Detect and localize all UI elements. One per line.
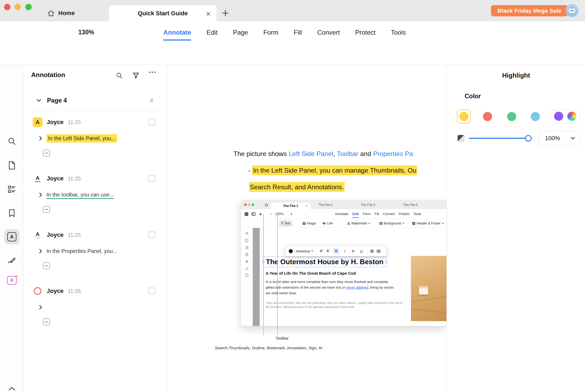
entry-preview-row[interactable]: In the toolbar, you can use... bbox=[24, 187, 167, 202]
entry-preview[interactable]: In the Left Side Panel, you... bbox=[46, 134, 117, 143]
entry-checkbox[interactable] bbox=[148, 231, 155, 238]
menu-page[interactable]: Page bbox=[233, 21, 248, 43]
mini-strike-button: S bbox=[351, 249, 356, 253]
swatch-purple[interactable] bbox=[554, 112, 563, 121]
search-icon[interactable] bbox=[0, 137, 24, 146]
outline-icon[interactable] bbox=[0, 185, 24, 194]
mini-menu: Annotate Edit Form Fill Convert Protect … bbox=[335, 209, 421, 219]
new-tab-button[interactable] bbox=[221, 9, 229, 17]
annotation-search-icon[interactable] bbox=[115, 72, 123, 79]
thumbnails-icon[interactable] bbox=[0, 161, 24, 170]
entry-author: Joyce bbox=[47, 119, 63, 126]
entry-header[interactable]: A Joyce 11:25 bbox=[24, 170, 167, 187]
entry-author: Joyce bbox=[47, 175, 63, 182]
bookmark-icon[interactable] bbox=[0, 209, 24, 217]
page-up-icon[interactable] bbox=[0, 387, 24, 391]
window-minimize-button[interactable] bbox=[15, 4, 21, 10]
collapse-minus-icon[interactable] bbox=[43, 150, 50, 157]
annotation-icon: A bbox=[7, 232, 16, 241]
promo-badge[interactable]: Black Friday Mega Sale bbox=[491, 5, 568, 16]
collapse-minus-icon[interactable] bbox=[43, 206, 50, 213]
window-zoom-button[interactable] bbox=[25, 4, 32, 10]
annotate-tools-toolbar: A A A A T bbox=[0, 43, 585, 65]
properties-panel-title: Highlight bbox=[447, 72, 585, 79]
mini-document-area: A Helvetica A+ A− B I S U T bbox=[241, 228, 447, 326]
entry-author: Joyce bbox=[47, 288, 63, 295]
entry-preview[interactable]: In the Properties Panel, you... bbox=[46, 248, 117, 254]
swatch-yellow-selected[interactable] bbox=[457, 110, 471, 124]
group-count: 4 bbox=[150, 97, 153, 104]
entry-header[interactable]: A Joyce 11:25 bbox=[24, 114, 167, 131]
entry-preview-row[interactable]: In the Left Side Panel, you... bbox=[24, 131, 167, 146]
menu-tools[interactable]: Tools bbox=[391, 21, 406, 43]
swatch-blue[interactable] bbox=[531, 112, 540, 121]
squiggly-badge-icon: A bbox=[33, 230, 42, 240]
close-tab-icon[interactable] bbox=[206, 11, 211, 16]
annotation-entry: A Joyce 11:25 In the toolbar, you can us… bbox=[24, 170, 167, 213]
mini-watermark-tool: Watermark bbox=[345, 220, 373, 227]
figure-caption: Search,Thumbnails, Outline, Bookmark, An… bbox=[188, 346, 349, 350]
annotation-panel-selected[interactable]: A bbox=[4, 229, 19, 244]
swatch-red[interactable] bbox=[483, 112, 492, 121]
swatch-green[interactable] bbox=[507, 112, 516, 121]
properties-panel: Highlight Color 100% bbox=[447, 65, 585, 392]
pdf-canvas[interactable]: The picture shows Left Side Panel, Toolb… bbox=[167, 65, 447, 392]
opacity-dropdown[interactable]: 100% bbox=[539, 131, 580, 146]
mini-tab: The File-2 bbox=[309, 201, 342, 209]
entry-header[interactable]: A Joyce 11:25 bbox=[24, 226, 167, 244]
annotation-entry: A Joyce 11:25 In the Left Side Panel, yo… bbox=[24, 114, 167, 157]
swatch-yellow[interactable] bbox=[459, 112, 468, 121]
swatch-color-wheel[interactable] bbox=[567, 112, 576, 121]
zoom-level[interactable]: 130% bbox=[75, 21, 98, 43]
menu-fill[interactable]: Fill bbox=[294, 21, 302, 43]
annotation-group-row[interactable]: Page 4 4 bbox=[24, 93, 167, 108]
menu-convert[interactable]: Convert bbox=[317, 21, 340, 43]
mini-doc-link: never attained bbox=[346, 285, 368, 289]
mini-background-tool: Background bbox=[377, 220, 407, 227]
pdf-link-toolbar[interactable]: Toolbar bbox=[337, 150, 358, 157]
figure-callout-label: Toolbar bbox=[266, 336, 298, 340]
menu-form[interactable]: Form bbox=[263, 21, 278, 43]
highlighted-text[interactable]: Search Result, and Annotations. bbox=[249, 182, 345, 192]
account-avatar[interactable] bbox=[566, 4, 579, 17]
collapse-minus-icon[interactable] bbox=[43, 262, 50, 269]
entry-preview-row[interactable] bbox=[24, 300, 167, 315]
entry-checkbox[interactable] bbox=[148, 288, 155, 295]
collapse-minus-icon[interactable] bbox=[43, 318, 50, 325]
mini-format-toolbar: Helvetica A+ A− B I S U bbox=[285, 246, 387, 256]
pdf-link-left-side-panel[interactable]: Left Side Panel bbox=[289, 150, 333, 157]
ribbon-menu: Annotate Edit Page Form Fill Convert Pro… bbox=[163, 21, 406, 43]
opacity-slider[interactable] bbox=[469, 138, 532, 139]
entry-preview[interactable]: In the toolbar, you can use... bbox=[46, 192, 114, 198]
entry-time: 11:25 bbox=[68, 232, 81, 238]
entry-preview-row[interactable]: In the Properties Panel, you... bbox=[24, 244, 167, 259]
entry-checkbox[interactable] bbox=[148, 119, 155, 126]
divider bbox=[31, 111, 160, 111]
entry-header[interactable]: Joyce 11:26 bbox=[24, 282, 167, 300]
swatch-custom-group bbox=[550, 110, 580, 124]
main-toolbar: 130% Annotate Edit Page Form Fill Conver… bbox=[0, 21, 585, 43]
mini-left-rail: A bbox=[241, 228, 253, 326]
annotation-filter-icon[interactable] bbox=[132, 72, 140, 79]
entry-checkbox[interactable] bbox=[148, 175, 155, 182]
pdf-link-properties[interactable]: Properties Pa bbox=[373, 150, 413, 157]
pdf-bullet1-line1: - In the Left Side Panel, you can manage… bbox=[248, 167, 417, 174]
annotation-more-icon[interactable]: ··· bbox=[149, 68, 156, 76]
menu-protect[interactable]: Protect bbox=[355, 21, 375, 43]
entry-time: 11:25 bbox=[68, 119, 81, 125]
ai-assistant-icon[interactable]: A✦ bbox=[0, 276, 24, 285]
highlighted-text[interactable]: In the Left Side Panel, you can manage T… bbox=[252, 165, 417, 175]
menu-annotate[interactable]: Annotate bbox=[163, 21, 191, 43]
window-close-button[interactable] bbox=[4, 4, 10, 10]
mini-edit-toolbar: TText Image Link Watermark Background He… bbox=[241, 219, 447, 228]
opacity-slider-knob[interactable] bbox=[525, 135, 532, 141]
mini-doc-photo bbox=[411, 256, 447, 321]
annotation-entry: Joyce 11:26 bbox=[24, 282, 167, 325]
menu-edit[interactable]: Edit bbox=[207, 21, 218, 43]
mini-divider-bar bbox=[253, 228, 260, 326]
group-chevron-down-icon[interactable] bbox=[37, 99, 41, 102]
mini-link-tool: Link bbox=[320, 220, 335, 227]
sign-icon[interactable] bbox=[0, 256, 24, 264]
document-tab[interactable]: Quick Start Guide bbox=[109, 5, 216, 21]
home-tab[interactable]: Home bbox=[47, 7, 75, 19]
